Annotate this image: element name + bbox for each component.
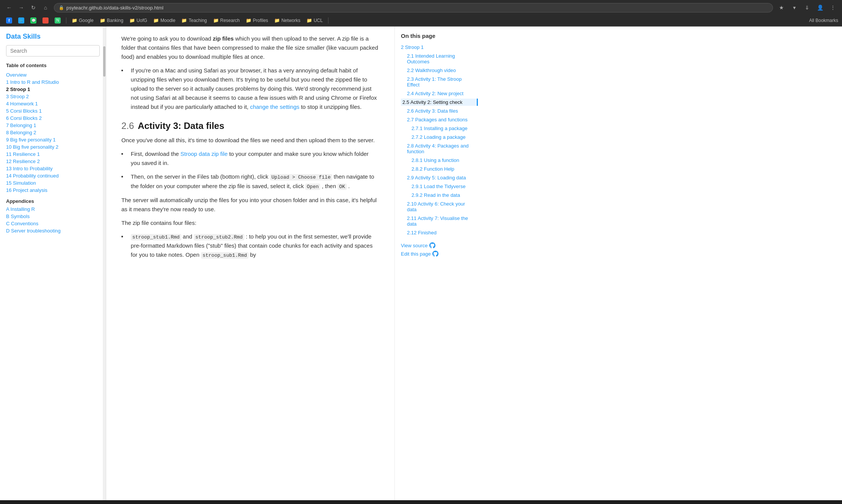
- nav-refresh-button[interactable]: ↻: [28, 2, 39, 13]
- toc-item-5[interactable]: 5 Corsi Blocks 1: [6, 107, 100, 115]
- toc-link-8[interactable]: 8 Belonging 2: [6, 130, 36, 135]
- toc-link-13[interactable]: 13 Intro to Probability: [6, 166, 53, 171]
- on-page-link-2-2[interactable]: 2.2 Walkthrough video: [407, 68, 456, 73]
- menu-button[interactable]: ⋮: [828, 2, 838, 13]
- bookmark-banking[interactable]: 📁 Banking: [97, 17, 126, 24]
- on-page-item-2-2[interactable]: 2.2 Walkthrough video: [401, 67, 472, 74]
- on-page-item-stroop1[interactable]: 2 Stroop 1: [401, 44, 472, 51]
- on-page-item-2-8-1[interactable]: 2.8.1 Using a function: [401, 157, 472, 164]
- toc-link-14[interactable]: 14 Probability continued: [6, 173, 59, 179]
- toc-item-c[interactable]: C Conventions: [6, 220, 100, 227]
- bookmark-uofg[interactable]: 📁 UofG: [127, 17, 149, 24]
- on-page-item-2-3[interactable]: 2.3 Activity 1: The Stroop Effect: [401, 75, 472, 88]
- toc-item-2[interactable]: 2 Stroop 1: [6, 86, 100, 93]
- on-page-item-2-8[interactable]: 2.8 Activity 4: Packages and function: [401, 142, 472, 155]
- toc-item-9[interactable]: 9 Big five personality 1: [6, 136, 100, 143]
- toc-item-6[interactable]: 6 Corsi Blocks 2: [6, 115, 100, 122]
- on-page-link-2-9[interactable]: 2.9 Activity 5: Loading data: [407, 175, 466, 181]
- on-page-item-2-5[interactable]: 2.5 Activity 2: Setting check: [401, 99, 478, 106]
- toc-item-7[interactable]: 7 Belonging 1: [6, 122, 100, 129]
- toc-item-4[interactable]: 4 Homework 1: [6, 100, 100, 107]
- toc-item-15[interactable]: 15 Simulation: [6, 179, 100, 187]
- toc-link-1[interactable]: 1 Intro to R and RStudio: [6, 79, 59, 85]
- on-page-item-2-9-2[interactable]: 2.9.2 Read in the data: [401, 192, 472, 199]
- bookmark-moodle[interactable]: 📁 Moodle: [151, 17, 178, 24]
- profile-button[interactable]: 👤: [815, 2, 825, 13]
- toc-link-b[interactable]: B Symbols: [6, 214, 30, 219]
- search-input[interactable]: [6, 45, 100, 57]
- on-page-item-2-12[interactable]: 2.12 Finished: [401, 229, 472, 236]
- on-page-link-2-10[interactable]: 2.10 Activity 6: Check your data: [407, 201, 465, 212]
- on-page-link-2-11[interactable]: 2.11 Activity 7: Visualise the data: [407, 215, 468, 227]
- toc-item-13[interactable]: 13 Intro to Probability: [6, 165, 100, 172]
- stroop-zip-link[interactable]: Stroop data zip file: [181, 151, 228, 157]
- on-page-item-2-1[interactable]: 2.1 Intended Learning Outcomes: [401, 52, 472, 65]
- toc-item-12[interactable]: 12 Resilience 2: [6, 158, 100, 165]
- on-page-link-2-7-1[interactable]: 2.7.1 Installing a package: [412, 126, 467, 131]
- toc-link-overview[interactable]: Overview: [6, 72, 27, 78]
- on-page-item-2-9-1[interactable]: 2.9.1 Load the Tidyverse: [401, 183, 472, 190]
- toc-item-overview[interactable]: Overview: [6, 71, 100, 79]
- on-page-link-2-12[interactable]: 2.12 Finished: [407, 230, 437, 236]
- toc-item-11[interactable]: 11 Resilience 1: [6, 151, 100, 158]
- toc-link-11[interactable]: 11 Resilience 1: [6, 151, 40, 157]
- on-page-link-2-7-2[interactable]: 2.7.2 Loading a package: [412, 134, 465, 140]
- bookmark-teaching[interactable]: 📁 Teaching: [179, 17, 209, 24]
- toc-item-14[interactable]: 14 Probability continued: [6, 172, 100, 179]
- toc-link-6[interactable]: 6 Corsi Blocks 2: [6, 115, 42, 121]
- on-page-item-2-6[interactable]: 2.6 Activity 3: Data files: [401, 107, 472, 115]
- on-page-link-2-8[interactable]: 2.8 Activity 4: Packages and function: [407, 143, 469, 154]
- on-page-link-2-9-2[interactable]: 2.9.2 Read in the data: [412, 192, 460, 198]
- change-settings-link[interactable]: change the settings: [250, 104, 299, 110]
- on-page-link-2-8-2[interactable]: 2.8.2 Function Help: [412, 166, 454, 172]
- toc-link-7[interactable]: 7 Belonging 1: [6, 122, 36, 128]
- on-page-link-2-9-1[interactable]: 2.9.1 Load the Tidyverse: [412, 184, 465, 189]
- view-source-link[interactable]: View source: [401, 242, 472, 248]
- on-page-link-2-7[interactable]: 2.7 Packages and functions: [407, 117, 468, 122]
- bookmark-research[interactable]: 📁 Research: [211, 17, 242, 24]
- toc-link-5[interactable]: 5 Corsi Blocks 1: [6, 108, 42, 114]
- toc-item-a[interactable]: A Installing R: [6, 206, 100, 213]
- scrollbar-thumb[interactable]: [103, 46, 105, 77]
- address-bar[interactable]: 🔒 psyteachr.github.io/data-skills-v2/str…: [54, 3, 773, 13]
- on-page-link-stroop1[interactable]: 2 Stroop 1: [401, 44, 424, 50]
- toc-item-d[interactable]: D Server troubleshooting: [6, 227, 100, 234]
- toc-link-15[interactable]: 15 Simulation: [6, 180, 36, 186]
- bookmark-unknown1[interactable]: [40, 17, 51, 24]
- on-page-link-2-6[interactable]: 2.6 Activity 3: Data files: [407, 108, 458, 114]
- toc-link-2[interactable]: 2 Stroop 1: [6, 86, 30, 92]
- nav-forward-button[interactable]: →: [16, 2, 27, 13]
- bookmark-ucl[interactable]: 📁 UCL: [304, 17, 325, 24]
- toc-link-3[interactable]: 3 Stroop 2: [6, 94, 29, 99]
- bookmark-star-button[interactable]: ★: [776, 2, 787, 13]
- toc-link-12[interactable]: 12 Resilience 2: [6, 159, 40, 164]
- toc-item-16[interactable]: 16 Project analysis: [6, 187, 100, 194]
- nav-home-button[interactable]: ⌂: [40, 2, 51, 13]
- on-page-link-2-8-1[interactable]: 2.8.1 Using a function: [412, 157, 459, 163]
- on-page-link-2-5[interactable]: 2.5 Activity 2: Setting check: [402, 99, 462, 105]
- toc-item-1[interactable]: 1 Intro to R and RStudio: [6, 79, 100, 86]
- on-page-item-2-7[interactable]: 2.7 Packages and functions: [401, 116, 472, 123]
- toc-item-10[interactable]: 10 Big five personality 2: [6, 143, 100, 151]
- edit-page-link[interactable]: Edit this page: [401, 251, 472, 257]
- toc-item-b[interactable]: B Symbols: [6, 213, 100, 220]
- toc-item-8[interactable]: 8 Belonging 2: [6, 129, 100, 136]
- bookmark-whatsapp[interactable]: 💬: [28, 17, 39, 24]
- all-bookmarks-link[interactable]: All Bookmarks: [809, 18, 838, 23]
- toc-item-3[interactable]: 3 Stroop 2: [6, 93, 100, 100]
- toc-link-9[interactable]: 9 Big five personality 1: [6, 137, 56, 143]
- on-page-item-2-10[interactable]: 2.10 Activity 6: Check your data: [401, 200, 472, 213]
- on-page-item-2-4[interactable]: 2.4 Activity 2: New project: [401, 90, 472, 97]
- bookmark-twitter[interactable]: 🐦: [16, 17, 27, 24]
- toc-link-a[interactable]: A Installing R: [6, 206, 35, 212]
- on-page-item-2-8-2[interactable]: 2.8.2 Function Help: [401, 165, 472, 173]
- on-page-link-2-4[interactable]: 2.4 Activity 2: New project: [407, 91, 463, 96]
- on-page-link-2-3[interactable]: 2.3 Activity 1: The Stroop Effect: [407, 76, 462, 88]
- toc-link-c[interactable]: C Conventions: [6, 221, 38, 226]
- download-button[interactable]: ⇓: [802, 2, 812, 13]
- bookmark-google[interactable]: 📁 Google: [69, 17, 96, 24]
- bookmark-profiles[interactable]: 📁 Profiles: [243, 17, 270, 24]
- on-page-item-2-11[interactable]: 2.11 Activity 7: Visualise the data: [401, 215, 472, 228]
- extensions-button[interactable]: ▾: [789, 2, 800, 13]
- toc-link-10[interactable]: 10 Big five personality 2: [6, 144, 58, 150]
